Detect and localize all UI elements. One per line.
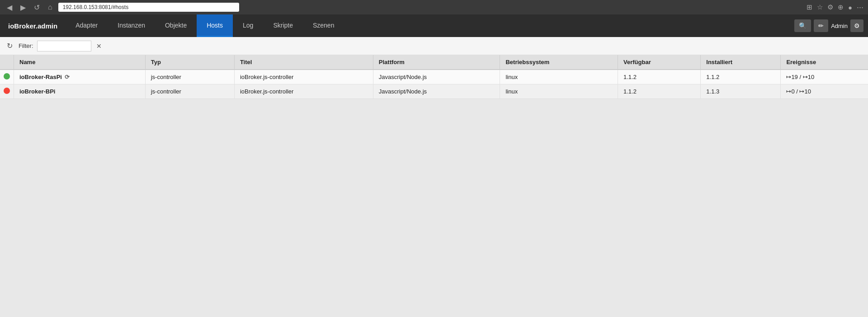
filter-input[interactable]	[37, 41, 91, 51]
plattform-cell-1: Javascript/Node.js	[373, 70, 500, 84]
browser-icon-1: ⊞	[807, 3, 812, 11]
browser-icon-2: ☆	[817, 3, 823, 11]
titel-cell-1: ioBroker.js-controller	[234, 70, 373, 84]
toolbar: ↻ Filter: ✕	[0, 37, 868, 55]
ereignisse-cell-2: ↦0 / ↦10	[781, 84, 868, 99]
update-icon-1[interactable]: ⟳	[65, 74, 70, 80]
tab-skripte[interactable]: Skripte	[263, 14, 303, 37]
browser-menu-icon[interactable]: ⋯	[857, 3, 863, 11]
plattform-cell-2: Javascript/Node.js	[373, 84, 500, 99]
ereignisse-cell-1: ↦19 / ↦10	[781, 70, 868, 84]
name-cell-2: ioBroker-BPi	[14, 84, 146, 99]
installiert-cell-2: 1.1.3	[701, 84, 781, 99]
main-content: Name Typ Titel Plattform Betriebssystem …	[0, 55, 868, 99]
status-dot-green	[4, 73, 10, 79]
tab-objekte[interactable]: Objekte	[155, 14, 197, 37]
host-name-1: ioBroker-RasPi	[19, 74, 62, 80]
clear-filter-button[interactable]: ✕	[95, 42, 103, 50]
browser-right-icons: ⊞ ☆ ⚙ ⊕ ● ⋯	[807, 3, 863, 11]
tab-log[interactable]: Log	[233, 14, 263, 37]
browser-chrome: ◀ ▶ ↺ ⌂ 192.168.0.153:8081/#hosts ⊞ ☆ ⚙ …	[0, 0, 868, 14]
table-row: ioBroker-RasPi ⟳ js-controller ioBroker.…	[0, 70, 868, 84]
status-cell-1	[0, 70, 14, 84]
col-typ: Typ	[145, 55, 234, 70]
browser-icon-4: ⊕	[838, 3, 844, 11]
col-titel: Titel	[234, 55, 373, 70]
table-row: ioBroker-BPi js-controller ioBroker.js-c…	[0, 84, 868, 99]
status-dot-red	[4, 88, 10, 94]
search-button[interactable]: 🔍	[794, 19, 811, 32]
typ-cell-2: js-controller	[145, 84, 234, 99]
hosts-table: Name Typ Titel Plattform Betriebssystem …	[0, 55, 868, 99]
filter-label: Filter:	[19, 42, 33, 49]
os-cell-2: linux	[500, 84, 618, 99]
nav-refresh-button[interactable]: ↺	[32, 2, 42, 13]
nav-forward-button[interactable]: ▶	[18, 2, 28, 13]
name-cell-1: ioBroker-RasPi ⟳	[14, 70, 146, 84]
col-betriebssystem: Betriebssystem	[500, 55, 618, 70]
browser-icon-5: ●	[848, 4, 852, 11]
page-body	[0, 99, 868, 302]
verfugbar-cell-1: 1.1.2	[618, 70, 701, 84]
edit-button[interactable]: ✏	[814, 19, 828, 32]
col-name: Name	[14, 55, 146, 70]
col-status	[0, 55, 14, 70]
nav-tabs: Adapter Instanzen Objekte Hosts Log Skri…	[66, 14, 344, 37]
col-plattform: Plattform	[373, 55, 500, 70]
col-installiert: Installiert	[701, 55, 781, 70]
status-cell-2	[0, 84, 14, 99]
tab-hosts[interactable]: Hosts	[197, 14, 233, 37]
os-cell-1: linux	[500, 70, 618, 84]
app-header: ioBroker.admin Adapter Instanzen Objekte…	[0, 14, 868, 37]
verfugbar-cell-2: 1.1.2	[618, 84, 701, 99]
app-logo: ioBroker.admin	[0, 14, 66, 37]
typ-cell-1: js-controller	[145, 70, 234, 84]
col-ereignisse: Ereignisse	[781, 55, 868, 70]
browser-icon-3: ⚙	[827, 3, 833, 11]
table-header-row: Name Typ Titel Plattform Betriebssystem …	[0, 55, 868, 70]
titel-cell-2: ioBroker.js-controller	[234, 84, 373, 99]
nav-back-button[interactable]: ◀	[5, 2, 14, 13]
tab-szenen[interactable]: Szenen	[303, 14, 344, 37]
refresh-button[interactable]: ↻	[5, 41, 15, 51]
col-verfugbar: Verfügbar	[618, 55, 701, 70]
url-bar[interactable]: 192.168.0.153:8081/#hosts	[58, 3, 239, 12]
installiert-cell-1: 1.1.2	[701, 70, 781, 84]
user-label: Admin	[831, 23, 848, 29]
host-name-2: ioBroker-BPi	[19, 88, 55, 95]
nav-home-button[interactable]: ⌂	[46, 2, 55, 12]
tab-adapter[interactable]: Adapter	[66, 14, 108, 37]
settings-button[interactable]: ⚙	[850, 19, 863, 32]
tab-instanzen[interactable]: Instanzen	[108, 14, 155, 37]
header-right: 🔍 ✏ Admin ⚙	[794, 14, 868, 37]
